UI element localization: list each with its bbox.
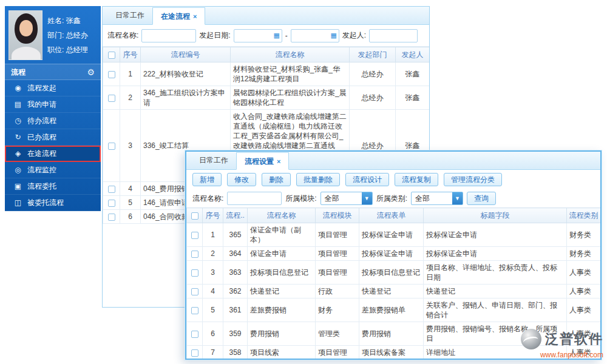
table-header-row: 序号流程..流程名称流程模块流程表单标题字段流程类别 xyxy=(187,208,601,223)
table-row[interactable]: 1222_材料验收登记材料验收登记_材料采购_张鑫_华润12城房建工程项目总经办… xyxy=(103,62,430,86)
date-from-input[interactable] xyxy=(234,30,272,41)
cell-title: 快递登记 xyxy=(424,285,567,298)
cell-title: 费用报销、报销编号、报销名称、本次报销金额 xyxy=(424,360,567,360)
category-label: 所属类别: xyxy=(376,194,407,204)
sidebar-item-in-transit-flows[interactable]: ◈在途流程 xyxy=(5,146,101,162)
sitemap-icon: ▣ xyxy=(13,182,23,190)
select-all-checkbox[interactable] xyxy=(191,212,198,220)
chevron-down-icon[interactable]: ▼ xyxy=(452,192,463,204)
manage-category-button[interactable]: 管理流程分类 xyxy=(444,173,502,186)
table-row[interactable]: 3363投标项目信息登记项目管理投标项目信息登记项目名称、详细地址、投标负责人、… xyxy=(187,261,601,285)
calendar-icon[interactable]: ▦ xyxy=(329,32,339,39)
calendar-icon[interactable]: ▦ xyxy=(272,32,282,39)
window1-tab-0[interactable]: 日常工作 xyxy=(107,7,152,24)
row-checkbox[interactable] xyxy=(108,200,115,207)
row-checkbox[interactable] xyxy=(191,232,198,239)
module-select[interactable]: 全部 ▼ xyxy=(320,192,373,205)
select-all-checkbox[interactable] xyxy=(108,52,115,59)
table-row[interactable]: 1365保证金申请（副本）项目管理投标保证金申请投标保证金申请财务类 xyxy=(187,223,601,247)
cell-no: 8 xyxy=(203,360,223,360)
batch-delete-button[interactable]: 批量删除 xyxy=(296,173,340,186)
date-to-input[interactable] xyxy=(291,30,329,41)
column-header[interactable]: 序号 xyxy=(203,208,223,223)
column-header[interactable]: 流程类别 xyxy=(567,208,601,223)
row-checkbox[interactable] xyxy=(191,269,198,277)
sender-input[interactable] xyxy=(369,29,418,42)
edit-button[interactable]: 修改 xyxy=(227,173,256,186)
logo-sphere-icon xyxy=(521,329,541,349)
column-header[interactable]: 流程.. xyxy=(223,208,248,223)
row-checkbox[interactable] xyxy=(191,307,198,314)
cell-name: 投标项目信息登记 xyxy=(248,261,316,285)
row-checkbox[interactable] xyxy=(108,143,115,150)
sidebar-item-label: 流程发起 xyxy=(27,83,56,93)
row-checkbox[interactable] xyxy=(191,251,198,258)
flow-name-input[interactable] xyxy=(141,29,196,42)
sidebar-item-my-applications[interactable]: ▤我的申请 xyxy=(5,96,101,113)
flow-design-button[interactable]: 流程设计 xyxy=(345,173,389,186)
cell-sender: 张鑫 xyxy=(396,62,430,86)
column-header[interactable]: 发起人 xyxy=(396,47,430,62)
cell-no: 6 xyxy=(120,210,141,224)
cell-name: 差旅费报销 xyxy=(248,298,316,322)
column-header[interactable]: 标题字段 xyxy=(424,208,567,223)
window2-filterbar: 流程名称: 所属模块: 全部 ▼ 所属类别: 全部 ▼ 查询 xyxy=(186,189,600,207)
cell-no: 4 xyxy=(120,182,141,196)
window2-toolbar: 新增修改删除批量删除流程设计流程复制管理流程分类 xyxy=(186,170,600,189)
sitemap-icon: ◫ xyxy=(13,198,23,207)
column-header[interactable]: 流程名称 xyxy=(248,208,316,223)
avatar-face xyxy=(19,20,33,36)
table-row[interactable]: 2346_施工组织设计方案申请晨铭园林绿化工程组织设计方案_晨铭园林绿化工程总经… xyxy=(103,86,430,110)
cell-category: 人事类 xyxy=(567,261,601,285)
clock-icon: ◷ xyxy=(13,116,23,125)
cell-form: 差旅费报销单 xyxy=(359,298,424,322)
gear-icon[interactable]: ⚙ xyxy=(87,64,95,80)
tab-close-icon[interactable]: × xyxy=(277,158,280,165)
window1-tab-1[interactable]: 在途流程× xyxy=(152,7,205,25)
row-checkbox[interactable] xyxy=(191,331,198,338)
window2-tab-0[interactable]: 日常工作 xyxy=(191,152,236,169)
delete-button[interactable]: 删除 xyxy=(262,173,291,186)
start-date-label: 发起日期: xyxy=(199,30,230,41)
cell-name: 快递登记 xyxy=(248,285,316,298)
row-checkbox[interactable] xyxy=(108,95,115,102)
column-header[interactable]: 流程表单 xyxy=(359,208,424,223)
search-button[interactable]: 查询 xyxy=(467,192,496,205)
sidebar-item-flow-monitor[interactable]: ◎流程监控 xyxy=(5,162,101,178)
row-checkbox[interactable] xyxy=(108,186,115,193)
column-header[interactable]: 流程编号 xyxy=(141,47,231,62)
flow-name-input[interactable] xyxy=(227,192,282,205)
column-header[interactable]: 发起部门 xyxy=(350,47,396,62)
add-button[interactable]: 新增 xyxy=(192,173,222,186)
flow-copy-button[interactable]: 流程复制 xyxy=(395,173,438,186)
table-row[interactable]: 5361差旅费报销财务差旅费报销单关联客户、报销人、申请日期、部门、报销合计人事… xyxy=(187,298,601,322)
date-from-box: ▦ xyxy=(234,29,282,42)
cell-no: 5 xyxy=(203,298,223,322)
table-row[interactable]: 8357测试费用报销财务费用报销费用报销、报销编号、报销名称、本次报销金额财务类 xyxy=(187,360,601,360)
column-header[interactable]: 流程名称 xyxy=(231,47,350,62)
cell-form: 投标项目信息登记 xyxy=(359,261,424,285)
tab-close-icon[interactable]: × xyxy=(193,13,197,20)
sidebar-item-flow-delegate[interactable]: ▣流程委托 xyxy=(5,178,101,195)
app-root: { "sidebar": { "profile": { "name": "姓名:… xyxy=(0,0,607,364)
chevron-down-icon[interactable]: ▼ xyxy=(362,192,372,204)
sidebar-item-todo-flows[interactable]: ◷待办流程 xyxy=(5,113,101,129)
row-checkbox[interactable] xyxy=(191,349,198,357)
window1-filterbar: 流程名称: 发起日期: ▦ - ▦ 发起人: xyxy=(103,25,429,47)
row-checkbox[interactable] xyxy=(191,288,198,295)
cell-module: 财务 xyxy=(316,298,359,322)
table-row[interactable]: 4362快递登记行政快递登记快递登记人事类 xyxy=(187,285,601,298)
category-select[interactable]: 全部 ▼ xyxy=(411,192,463,205)
column-header[interactable]: 流程模块 xyxy=(316,208,359,223)
window2-tab-1[interactable]: 流程设置× xyxy=(236,152,289,170)
column-header[interactable]: 序号 xyxy=(120,47,141,62)
sidebar-item-delegated-flows[interactable]: ◫被委托流程 xyxy=(5,195,101,211)
sidebar-item-done-flows[interactable]: ↻已办流程 xyxy=(5,129,101,146)
cell-dept: 总经办 xyxy=(350,86,396,110)
row-checkbox[interactable] xyxy=(108,71,115,78)
cell-no: 1 xyxy=(120,62,141,86)
sidebar-item-label: 流程委托 xyxy=(27,181,56,192)
sidebar-item-launch[interactable]: ◉流程发起 xyxy=(5,80,101,96)
row-checkbox[interactable] xyxy=(108,214,115,221)
table-row[interactable]: 2364保证金申请项目管理投标保证金申请投标保证金申请财务类 xyxy=(187,247,601,261)
